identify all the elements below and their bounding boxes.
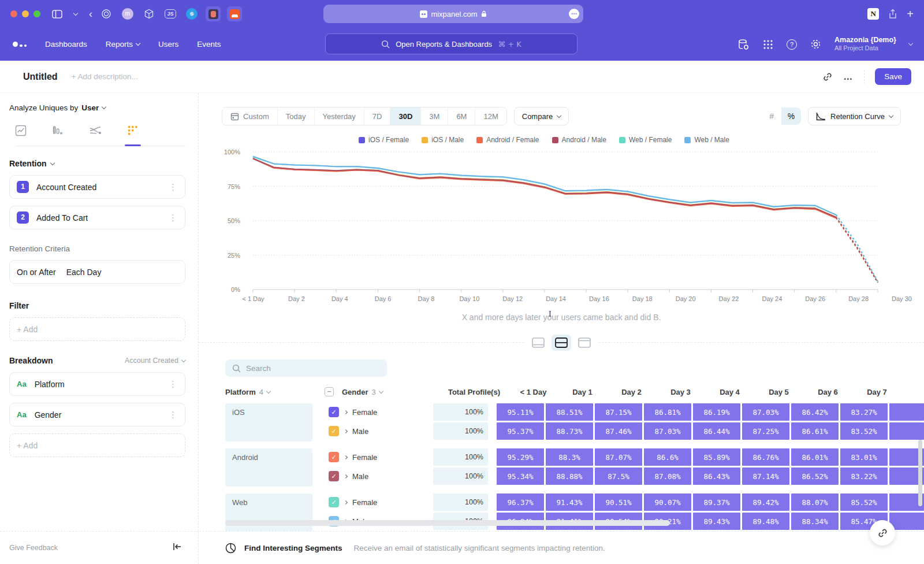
tab-insights[interactable]: [15, 125, 27, 139]
extension-active-tab-icon[interactable]: [206, 6, 221, 21]
extension-cube-icon[interactable]: [141, 6, 157, 21]
range-12m[interactable]: 12M: [475, 107, 506, 125]
retention-value-cell[interactable]: 95.37%: [497, 422, 544, 440]
retention-value-cell[interactable]: 87.07%: [595, 448, 642, 466]
share-link-fab[interactable]: [870, 520, 895, 546]
breakdown-menu-icon[interactable]: ⋮: [169, 410, 178, 420]
filter-add-button[interactable]: + Add: [9, 317, 185, 341]
chart-type-button[interactable]: Retention Curve: [808, 107, 901, 125]
nav-item-reports[interactable]: Reports: [106, 40, 140, 49]
retention-section-heading[interactable]: Retention: [9, 159, 47, 168]
report-title[interactable]: Untitled: [23, 72, 58, 82]
retention-value-cell[interactable]: 87.03%: [644, 422, 691, 440]
retention-value-cell[interactable]: 87.5%: [595, 467, 642, 485]
help-icon[interactable]: ?: [787, 39, 797, 50]
legend-item[interactable]: iOS / Male: [422, 136, 464, 144]
retention-value-cell[interactable]: 96.37%: [497, 494, 544, 511]
give-feedback-link[interactable]: Give Feedback: [9, 544, 58, 552]
gender-column-header[interactable]: – Gender3: [325, 387, 438, 396]
retention-value-cell[interactable]: 83.22%: [840, 467, 888, 485]
share-icon[interactable]: [888, 9, 897, 19]
retention-value-cell[interactable]: 86.6%: [644, 448, 691, 466]
expand-row-icon[interactable]: [344, 410, 348, 414]
url-more-icon[interactable]: ⋯: [569, 9, 579, 19]
day-column-header[interactable]: Day 1: [558, 388, 607, 396]
platform-column-header[interactable]: Platform4: [225, 388, 325, 396]
settings-gear-icon[interactable]: [810, 38, 822, 50]
expand-row-icon[interactable]: [344, 500, 348, 504]
analyze-value[interactable]: User: [81, 103, 99, 112]
range-6m[interactable]: 6M: [448, 107, 475, 125]
range-custom[interactable]: Custom: [222, 107, 278, 125]
gender-cell[interactable]: ✓Female: [312, 497, 426, 507]
url-bar[interactable]: mixpanel.com ⋯: [323, 5, 583, 23]
step-menu-icon[interactable]: ⋮: [169, 213, 178, 223]
layout-chart-only-button[interactable]: [528, 335, 548, 351]
back-icon[interactable]: ‹: [89, 8, 92, 20]
mixpanel-logo[interactable]: [13, 42, 27, 47]
maximize-window-button[interactable]: [33, 10, 40, 17]
range-yesterday[interactable]: Yesterday: [315, 107, 364, 125]
gender-cell[interactable]: ✓Male: [312, 471, 426, 481]
legend-item[interactable]: Web / Male: [684, 136, 729, 144]
day-column-header[interactable]: Day 6: [803, 388, 852, 396]
day-column-header[interactable]: Day 4: [705, 388, 754, 396]
global-search-input[interactable]: Open Reports & Dashboards ⌘ + K: [325, 34, 578, 54]
retention-criteria-control[interactable]: On or After Each Day: [9, 260, 185, 284]
retention-value-cell[interactable]: 86.76%: [742, 448, 789, 466]
day-column-header[interactable]: Day 2: [607, 388, 656, 396]
retention-value-cell[interactable]: 89.37%: [693, 494, 740, 511]
gender-cell[interactable]: ✓Female: [312, 407, 426, 417]
tab-flows[interactable]: [89, 125, 102, 139]
retention-value-cell[interactable]: 95.34%: [497, 467, 544, 485]
retention-value-cell[interactable]: 86.42%: [791, 403, 839, 421]
series-line[interactable]: [253, 158, 836, 218]
platform-cell[interactable]: iOS: [225, 403, 312, 441]
breakdown-gender[interactable]: Aa Gender ⋮: [9, 403, 185, 426]
percent-toggle[interactable]: %: [781, 107, 801, 125]
collapse-sidebar-icon[interactable]: [173, 543, 182, 553]
day-column-header[interactable]: Day 3: [656, 388, 705, 396]
extension-js-icon[interactable]: JS: [163, 6, 178, 21]
find-segments-title[interactable]: Find Interesting Segments: [244, 544, 342, 552]
nav-item-events[interactable]: Events: [197, 40, 221, 49]
total-column-header[interactable]: Total Profile(s): [445, 388, 500, 396]
retention-value-cell[interactable]: 87.15%: [595, 403, 642, 421]
new-tab-icon[interactable]: +: [907, 8, 914, 21]
layout-split-button[interactable]: [552, 335, 571, 351]
retention-value-cell[interactable]: 87.25%: [742, 422, 789, 440]
vertical-scrollbar[interactable]: [918, 440, 922, 506]
nav-item-users[interactable]: Users: [158, 40, 178, 49]
day-column-header[interactable]: Day 7: [852, 388, 901, 396]
save-button[interactable]: Save: [875, 68, 911, 85]
retention-value-cell[interactable]: 95.11%: [497, 403, 544, 421]
minimize-window-button[interactable]: [22, 10, 29, 17]
retention-value-cell[interactable]: 87.46%: [595, 422, 642, 440]
retention-value-cell[interactable]: 85.52%: [840, 494, 888, 511]
nav-item-dashboards[interactable]: Dashboards: [45, 40, 87, 49]
retention-value-cell[interactable]: 88.51%: [546, 403, 593, 421]
day-column-header[interactable]: < 1 Day: [509, 388, 558, 396]
apps-grid-icon[interactable]: [762, 39, 774, 50]
retention-value-cell[interactable]: 89.48%: [742, 513, 789, 530]
chart-plot-area[interactable]: [245, 149, 886, 293]
range-3m[interactable]: 3M: [421, 107, 448, 125]
tab-list-chevron-icon[interactable]: [74, 13, 77, 15]
legend-item[interactable]: Android / Female: [476, 136, 539, 144]
more-options-icon[interactable]: …: [843, 72, 854, 82]
criteria-each-day[interactable]: Each Day: [66, 268, 102, 277]
retention-step-1[interactable]: 1 Account Created ⋮: [9, 175, 185, 199]
series-checkbox[interactable]: ✓: [329, 407, 339, 417]
compare-button[interactable]: Compare: [514, 107, 569, 125]
retention-value-cell[interactable]: 86.44%: [693, 422, 740, 440]
series-checkbox[interactable]: ✓: [329, 452, 339, 462]
step-menu-icon[interactable]: ⋮: [169, 182, 178, 192]
retention-value-cell[interactable]: 91.43%: [546, 494, 593, 511]
retention-value-cell[interactable]: 87.03%: [742, 403, 789, 421]
retention-value-cell[interactable]: 83.52%: [840, 422, 888, 440]
extension-cloud-icon[interactable]: [227, 6, 242, 21]
retention-value-cell[interactable]: 83.01%: [840, 448, 888, 466]
retention-value-cell[interactable]: 86.01%: [791, 448, 839, 466]
gender-cell[interactable]: ✓Female: [312, 452, 426, 462]
expand-row-icon[interactable]: [344, 429, 348, 433]
